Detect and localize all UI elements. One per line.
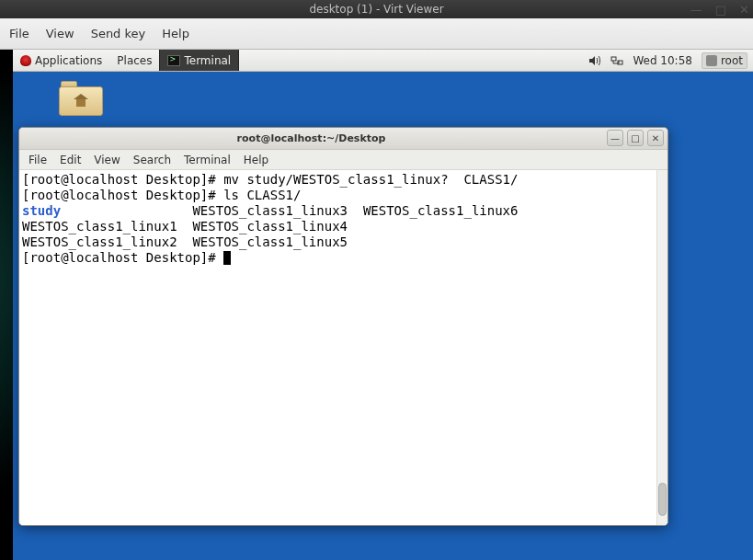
user-avatar-icon [706,55,717,66]
user-name: root [721,54,743,67]
terminal-dir-entry: study [22,203,61,218]
user-menu[interactable]: root [702,52,747,69]
close-button[interactable]: ✕ [739,3,749,17]
terminal-line: [root@localhost Desktop]# mv study/WESTO… [22,172,518,187]
terminal-maximize-button[interactable]: □ [627,130,644,146]
terminal-titlebar[interactable]: root@localhost:~/Desktop — □ ✕ [19,128,667,150]
terminal-close-button[interactable]: ✕ [647,130,664,146]
terminal-menubar: File Edit View Search Terminal Help [19,150,667,170]
gnome-top-panel: Applications Places Terminal Wed 10:58 [13,50,753,72]
virt-viewer-menubar: File View Send key Help [0,18,753,50]
clock[interactable]: Wed 10:58 [633,54,692,67]
terminal-title: root@localhost:~/Desktop [19,132,603,144]
terminal-line: WESTOS_class1_linux3 WESTOS_class1_linux… [61,203,518,218]
terminal-menu-help[interactable]: Help [244,154,268,166]
places-label: Places [117,54,152,67]
desktop-area[interactable]: root@localhost:~/Desktop — □ ✕ File Edit… [13,72,753,560]
maximize-button[interactable]: □ [715,3,726,17]
terminal-menu-terminal[interactable]: Terminal [184,154,231,166]
virt-viewer-window-controls: — □ ✕ [690,0,749,18]
terminal-line: [root@localhost Desktop]# ls CLASS1/ [22,188,301,202]
virt-viewer-title: desktop (1) - Virt Viewer [0,3,753,16]
terminal-cursor [223,251,231,265]
terminal-prompt: [root@localhost Desktop]# [22,250,223,265]
home-folder-icon[interactable] [59,81,105,118]
virt-viewer-titlebar: desktop (1) - Virt Viewer — □ ✕ [0,0,753,18]
scrollbar-thumb[interactable] [658,483,667,516]
network-icon[interactable] [610,55,623,66]
minimize-button[interactable]: — [690,3,702,17]
guest-display: Applications Places Terminal Wed 10:58 [0,50,753,560]
terminal-window: root@localhost:~/Desktop — □ ✕ File Edit… [18,127,668,526]
guest-desktop: Applications Places Terminal Wed 10:58 [13,50,753,560]
menu-help[interactable]: Help [162,27,189,40]
terminal-menu-file[interactable]: File [29,154,47,166]
menu-send-key[interactable]: Send key [91,27,146,40]
redhat-foot-icon [20,55,31,66]
terminal-menu-edit[interactable]: Edit [60,154,81,166]
menu-file[interactable]: File [9,27,29,40]
volume-icon[interactable] [588,55,601,66]
terminal-window-controls: — □ ✕ [607,130,664,146]
terminal-menu-search[interactable]: Search [133,154,171,166]
terminal-body[interactable]: [root@localhost Desktop]# mv study/WESTO… [19,170,667,525]
terminal-scrollbar[interactable] [656,170,667,525]
menu-view[interactable]: View [46,27,74,40]
house-icon [74,94,88,107]
applications-menu[interactable]: Applications [13,50,109,71]
terminal-line: WESTOS_class1_linux2 WESTOS_class1_linux… [22,234,348,249]
places-menu[interactable]: Places [109,50,159,71]
terminal-minimize-button[interactable]: — [607,130,623,146]
taskbar-terminal-label: Terminal [184,54,231,67]
panel-left: Applications Places Terminal [13,50,239,71]
guest-left-strip [0,50,13,560]
terminal-menu-view[interactable]: View [94,154,120,166]
applications-label: Applications [35,54,102,67]
taskbar-terminal[interactable]: Terminal [159,50,239,71]
panel-right: Wed 10:58 root [588,50,747,71]
terminal-icon [167,55,180,66]
terminal-line: WESTOS_class1_linux1 WESTOS_class1_linux… [22,219,348,234]
svg-rect-0 [611,57,616,61]
